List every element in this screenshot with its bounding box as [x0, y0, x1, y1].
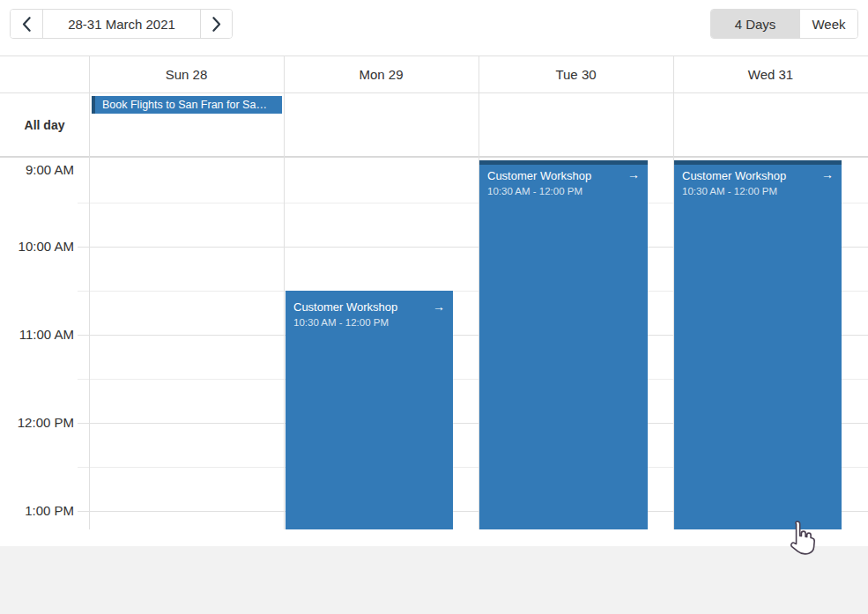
appointment-book-flights[interactable]: Book Flights to San Fran for Sa…	[92, 96, 282, 114]
appointment-time: 10:30 AM - 12:00 PM	[293, 317, 432, 328]
day-header-mon: Mon 29	[284, 55, 479, 92]
grid-line-vertical	[284, 55, 285, 529]
time-label: 9:00 AM	[0, 162, 74, 178]
appointment-customer-workshop-wed[interactable]: Customer Workshop 10:30 AM - 12:00 PM →	[674, 160, 842, 529]
all-day-panel-title: All day	[0, 93, 89, 156]
time-label: 10:00 AM	[0, 239, 74, 255]
options-panel: All day panel mode all allDay hidden	[0, 546, 868, 614]
header-bottom-border	[0, 92, 868, 93]
appointment-customer-workshop-mon[interactable]: Customer Workshop 10:30 AM - 12:00 PM →	[286, 291, 453, 529]
scheduler-work-area[interactable]: Sun 28 Mon 29 Tue 30 Wed 31 All day Book…	[0, 0, 868, 529]
appointment-title: Customer Workshop	[293, 300, 432, 314]
time-label: 1:00 PM	[0, 503, 74, 519]
arrow-right-icon: →	[433, 300, 445, 313]
appointment-time: 10:30 AM - 12:00 PM	[682, 186, 820, 196]
day-header-sun: Sun 28	[89, 55, 284, 92]
allday-panel-border	[0, 156, 868, 158]
appointment-title: Customer Workshop	[487, 169, 627, 182]
arrow-right-icon: →	[627, 168, 640, 181]
appointment-customer-workshop-tue[interactable]: Customer Workshop 10:30 AM - 12:00 PM →	[479, 160, 648, 529]
appointment-time: 10:30 AM - 12:00 PM	[487, 186, 627, 196]
time-label: 12:00 PM	[0, 415, 74, 431]
day-header-wed: Wed 31	[673, 55, 868, 92]
grid-line-vertical	[89, 55, 90, 529]
arrow-right-icon: →	[821, 168, 834, 181]
appointment-title: Book Flights to San Fran for Sa…	[102, 99, 267, 111]
scheduler-app: 28-31 March 2021 4 Days Week	[0, 0, 868, 614]
day-header-tue: Tue 30	[479, 55, 673, 92]
time-label: 11:00 AM	[0, 327, 74, 343]
appointment-title: Customer Workshop	[682, 169, 820, 182]
